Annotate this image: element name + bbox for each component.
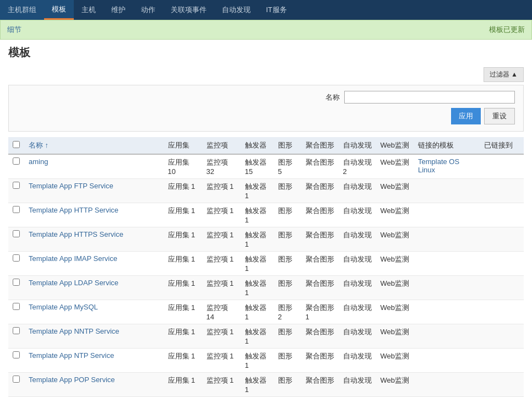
- table-header-row: 名称 ↑ 应用集 监控项 触发器 图形 聚合图形 自动发现 Web监测 链接的模…: [8, 137, 524, 154]
- row-auto: 自动发现: [339, 373, 376, 397]
- row-monitor: 监控项 1: [202, 349, 241, 373]
- notification-bar: 细节 模板已更新: [0, 20, 532, 40]
- row-name[interactable]: Template App HTTP Service: [24, 203, 164, 227]
- row-monitor: 监控项 1: [202, 324, 241, 349]
- row-web: Web监测: [376, 300, 414, 324]
- row-name[interactable]: aming: [24, 154, 164, 179]
- row-auto: 自动发现: [339, 179, 376, 203]
- row-linked: [414, 227, 480, 252]
- templates-table: 名称 ↑ 应用集 监控项 触发器 图形 聚合图形 自动发现 Web监测 链接的模…: [8, 137, 524, 397]
- table-row: Template App FTP Service应用集 1监控项 1触发器 1图…: [8, 179, 524, 203]
- row-checkbox[interactable]: [13, 182, 20, 189]
- row-name[interactable]: Template App IMAP Service: [24, 252, 164, 276]
- row-checkbox[interactable]: [13, 327, 20, 334]
- row-trigger: 触发器 1: [241, 349, 274, 373]
- row-checkbox[interactable]: [13, 230, 20, 237]
- table-row: Template App IMAP Service应用集 1监控项 1触发器 1…: [8, 252, 524, 276]
- row-name[interactable]: Template App POP Service: [24, 373, 164, 397]
- row-linked: [414, 373, 480, 397]
- row-name[interactable]: Template App NNTP Service: [24, 324, 164, 349]
- row-linkedto: [480, 227, 524, 252]
- row-graph: 图形: [274, 324, 301, 349]
- row-web: Web监测: [376, 373, 414, 397]
- nav-hostgroup[interactable]: 主机群组: [0, 0, 44, 20]
- row-appset: 应用集 1: [164, 373, 202, 397]
- detail-link[interactable]: 细节: [7, 25, 21, 35]
- row-name[interactable]: Template App FTP Service: [24, 179, 164, 203]
- row-agg: 聚合图形: [301, 324, 339, 349]
- col-header-name[interactable]: 名称 ↑: [24, 137, 164, 154]
- col-header-monitor: 监控项: [202, 137, 241, 154]
- row-checkbox-cell: [8, 252, 24, 276]
- filter-toggle-button[interactable]: 过滤器 ▲: [484, 67, 524, 82]
- row-web: Web监测: [376, 252, 414, 276]
- row-appset: 应用集 1: [164, 252, 202, 276]
- row-graph: 图形 5: [274, 154, 301, 179]
- row-name[interactable]: Template App NTP Service: [24, 349, 164, 373]
- row-checkbox-cell: [8, 373, 24, 397]
- table-row: Template App POP Service应用集 1监控项 1触发器 1图…: [8, 373, 524, 397]
- nav-maintenance[interactable]: 维护: [104, 0, 133, 20]
- nav-template[interactable]: 模板: [44, 0, 74, 20]
- filter-name-row: 名称: [17, 91, 515, 104]
- row-checkbox[interactable]: [13, 279, 20, 286]
- nav-linked-event[interactable]: 关联项事件: [163, 0, 214, 20]
- row-auto: 自动发现: [339, 252, 376, 276]
- col-header-linked: 链接的模板: [414, 137, 480, 154]
- reset-button[interactable]: 重设: [484, 108, 515, 124]
- row-checkbox[interactable]: [13, 376, 20, 383]
- nav-action[interactable]: 动作: [133, 0, 163, 20]
- row-graph: 图形: [274, 252, 301, 276]
- row-linkedto: [480, 373, 524, 397]
- row-monitor: 监控项 32: [202, 154, 241, 179]
- nav-host[interactable]: 主机: [74, 0, 104, 20]
- row-checkbox[interactable]: [13, 254, 20, 262]
- row-agg: 聚合图形: [301, 373, 339, 397]
- row-trigger: 触发器 1: [241, 227, 274, 252]
- table-wrapper: 名称 ↑ 应用集 监控项 触发器 图形 聚合图形 自动发现 Web监测 链接的模…: [0, 134, 532, 397]
- row-checkbox-cell: [8, 154, 24, 179]
- row-graph: 图形: [274, 227, 301, 252]
- row-graph: 图形: [274, 179, 301, 203]
- select-all-checkbox[interactable]: [13, 141, 20, 148]
- row-name[interactable]: Template App MySQL: [24, 300, 164, 324]
- row-checkbox-cell: [8, 276, 24, 300]
- row-name[interactable]: Template App LDAP Service: [24, 276, 164, 300]
- row-checkbox[interactable]: [13, 206, 20, 213]
- nav-itservice[interactable]: IT服务: [258, 0, 295, 20]
- nav-autodiscovery[interactable]: 自动发现: [214, 0, 258, 20]
- row-appset: 应用集 1: [164, 276, 202, 300]
- filter-toggle-bar: 过滤器 ▲: [8, 67, 524, 82]
- row-trigger: 触发器 1: [241, 252, 274, 276]
- row-linkedto: [480, 349, 524, 373]
- row-monitor: 监控项 1: [202, 373, 241, 397]
- filter-name-input[interactable]: [344, 91, 515, 104]
- row-graph: 图形: [274, 276, 301, 300]
- row-linked: [414, 349, 480, 373]
- row-appset: 应用集 1: [164, 324, 202, 349]
- row-checkbox[interactable]: [13, 157, 20, 165]
- row-web: Web监测: [376, 154, 414, 179]
- row-linked[interactable]: Template OS Linux: [414, 154, 480, 179]
- col-header-graph: 图形: [274, 137, 301, 154]
- row-checkbox[interactable]: [13, 303, 20, 310]
- row-appset: 应用集 1: [164, 300, 202, 324]
- row-trigger: 触发器 1: [241, 300, 274, 324]
- row-auto: 自动发现: [339, 300, 376, 324]
- col-header-trigger: 触发器: [241, 137, 274, 154]
- row-checkbox[interactable]: [13, 351, 20, 358]
- row-monitor: 监控项 14: [202, 300, 241, 324]
- row-trigger: 触发器 1: [241, 276, 274, 300]
- row-web: Web监测: [376, 349, 414, 373]
- row-monitor: 监控项 1: [202, 203, 241, 227]
- filter-form: 名称 应用 重设: [8, 85, 524, 132]
- row-web: Web监测: [376, 227, 414, 252]
- row-name[interactable]: Template App HTTPS Service: [24, 227, 164, 252]
- apply-button[interactable]: 应用: [451, 108, 481, 124]
- col-header-linkedto: 已链接到: [480, 137, 524, 154]
- row-checkbox-cell: [8, 300, 24, 324]
- row-linked: [414, 179, 480, 203]
- row-checkbox-cell: [8, 203, 24, 227]
- row-monitor: 监控项 1: [202, 227, 241, 252]
- row-graph: 图形: [274, 203, 301, 227]
